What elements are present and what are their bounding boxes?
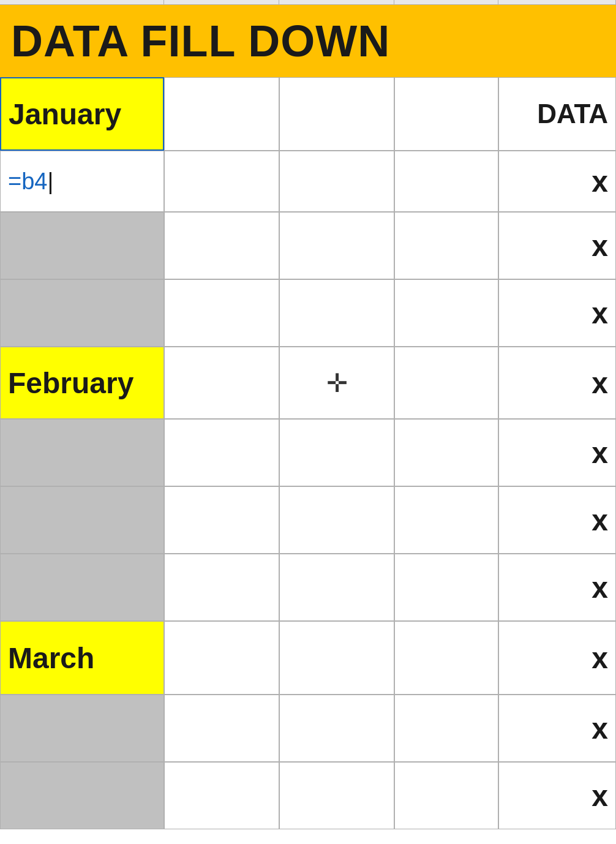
- cell-x-2[interactable]: x: [498, 212, 616, 279]
- cell-b11[interactable]: [164, 695, 279, 762]
- cell-formula[interactable]: =b4: [0, 151, 164, 212]
- x-label-7: x: [592, 571, 608, 605]
- cell-c6-cursor[interactable]: ✛: [279, 347, 394, 419]
- move-cursor-icon: ✛: [326, 368, 348, 398]
- cell-d8[interactable]: [394, 486, 498, 554]
- cell-march-label: March: [8, 641, 94, 675]
- row-gray-6: x: [0, 695, 616, 762]
- cell-gray-3[interactable]: [0, 419, 164, 486]
- cell-c7[interactable]: [279, 419, 394, 486]
- cell-d6[interactable]: [394, 347, 498, 419]
- top-strip-col-b: [164, 0, 279, 4]
- cell-b3[interactable]: [164, 151, 279, 212]
- cell-gray-1[interactable]: [0, 212, 164, 279]
- cell-d12[interactable]: [394, 762, 498, 829]
- cell-d10[interactable]: [394, 621, 498, 695]
- row-gray-4: x: [0, 486, 616, 554]
- x-label-2: x: [592, 229, 608, 263]
- cell-b10[interactable]: [164, 621, 279, 695]
- cell-x-5[interactable]: x: [498, 419, 616, 486]
- cell-d9[interactable]: [394, 554, 498, 621]
- cell-b8[interactable]: [164, 486, 279, 554]
- cell-x-8[interactable]: x: [498, 621, 616, 695]
- cell-d4[interactable]: [394, 212, 498, 279]
- row-march: March x: [0, 621, 616, 695]
- cell-data-header[interactable]: DATA: [498, 77, 616, 151]
- top-strip-col-e: [498, 0, 616, 4]
- cell-x-10[interactable]: x: [498, 762, 616, 829]
- cell-c3[interactable]: [279, 151, 394, 212]
- cell-c9[interactable]: [279, 554, 394, 621]
- page-title: DATA FILL DOWN: [11, 16, 390, 66]
- row-gray-2: x: [0, 279, 616, 347]
- cell-d11[interactable]: [394, 695, 498, 762]
- title-banner: DATA FILL DOWN: [0, 5, 616, 77]
- x-label-4: x: [592, 366, 608, 400]
- cell-c10[interactable]: [279, 621, 394, 695]
- x-label-10: x: [592, 779, 608, 813]
- cell-gray-7[interactable]: [0, 762, 164, 829]
- cell-x-3[interactable]: x: [498, 279, 616, 347]
- cell-gray-4[interactable]: [0, 486, 164, 554]
- row-gray-3: x: [0, 419, 616, 486]
- row-gray-5: x: [0, 554, 616, 621]
- top-strip: [0, 0, 616, 5]
- cell-d5[interactable]: [394, 279, 498, 347]
- cell-b6[interactable]: [164, 347, 279, 419]
- cell-b5[interactable]: [164, 279, 279, 347]
- cell-february[interactable]: February: [0, 347, 164, 419]
- cell-d3[interactable]: [394, 151, 498, 212]
- x-label-8: x: [592, 641, 608, 675]
- cell-b12[interactable]: [164, 762, 279, 829]
- cell-gray-2[interactable]: [0, 279, 164, 347]
- top-strip-col-d: [394, 0, 498, 4]
- x-label-9: x: [592, 712, 608, 745]
- cell-x-7[interactable]: x: [498, 554, 616, 621]
- x-label-1: x: [592, 165, 608, 198]
- row-gray-1: x: [0, 212, 616, 279]
- cell-february-label: February: [8, 366, 133, 400]
- top-strip-col-c: [279, 0, 394, 4]
- cell-january-label: January: [9, 97, 121, 131]
- cell-january[interactable]: January: [0, 77, 164, 151]
- cell-d2[interactable]: [394, 77, 498, 151]
- cell-c8[interactable]: [279, 486, 394, 554]
- cell-c2[interactable]: [279, 77, 394, 151]
- cell-d7[interactable]: [394, 419, 498, 486]
- formula-text: =b4: [8, 168, 53, 195]
- cell-b4[interactable]: [164, 212, 279, 279]
- cell-x-9[interactable]: x: [498, 695, 616, 762]
- cell-b9[interactable]: [164, 554, 279, 621]
- row-gray-7: x: [0, 762, 616, 829]
- spreadsheet: DATA FILL DOWN January DATA =b4 x: [0, 0, 616, 844]
- cell-c12[interactable]: [279, 762, 394, 829]
- cell-c4[interactable]: [279, 212, 394, 279]
- cell-c11[interactable]: [279, 695, 394, 762]
- cell-x-6[interactable]: x: [498, 486, 616, 554]
- row-formula: =b4 x: [0, 151, 616, 212]
- cell-b2[interactable]: [164, 77, 279, 151]
- x-label-6: x: [592, 503, 608, 537]
- row-february: February ✛ x: [0, 347, 616, 419]
- grid: January DATA =b4 x: [0, 77, 616, 844]
- cell-gray-5[interactable]: [0, 554, 164, 621]
- cell-x-1[interactable]: x: [498, 151, 616, 212]
- x-label-3: x: [592, 296, 608, 330]
- x-label-5: x: [592, 436, 608, 470]
- cell-b7[interactable]: [164, 419, 279, 486]
- top-strip-col-a: [0, 0, 164, 4]
- cell-gray-6[interactable]: [0, 695, 164, 762]
- data-header-label: DATA: [537, 99, 608, 129]
- row-january: January DATA: [0, 77, 616, 151]
- cell-march[interactable]: March: [0, 621, 164, 695]
- cell-c5[interactable]: [279, 279, 394, 347]
- cell-x-4[interactable]: x: [498, 347, 616, 419]
